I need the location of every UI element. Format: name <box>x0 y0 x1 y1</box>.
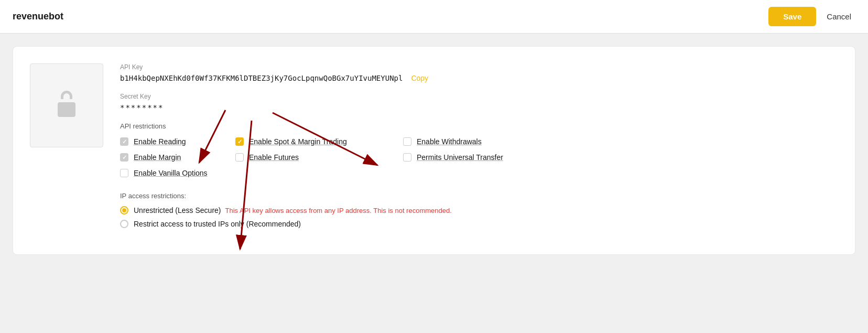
secret-key-group: Secret Key ******** <box>120 93 838 112</box>
checkbox-enable-withdrawals-box <box>403 137 411 146</box>
api-key-label: API Key <box>120 63 838 71</box>
copy-button[interactable]: Copy <box>411 74 428 82</box>
api-key-row: b1H4kbQepNXEhKd0f0Wf37KFKM6lDTBEZ3jKy7Go… <box>120 74 838 82</box>
checkboxes-grid: Enable Reading Enable Spot & Margin Trad… <box>120 137 838 177</box>
checkbox-enable-reading[interactable]: Enable Reading <box>120 137 235 146</box>
radio-restrict-circle <box>120 220 128 228</box>
top-bar: revenuebot Save Cancel <box>0 0 868 34</box>
api-key-card: API Key b1H4kbQepNXEhKd0f0Wf37KFKM6lDTBE… <box>13 46 855 255</box>
avatar-box <box>30 63 103 147</box>
cancel-button[interactable]: Cancel <box>822 7 855 26</box>
checkbox-permits-universal-box <box>403 153 411 162</box>
checkbox-enable-vanilla-box <box>120 169 128 177</box>
unrestricted-warning: This API key allows access from any IP a… <box>225 207 452 214</box>
form-section: API Key b1H4kbQepNXEhKd0f0Wf37KFKM6lDTBE… <box>120 63 838 233</box>
api-key-value: b1H4kbQepNXEhKd0f0Wf37KFKM6lDTBEZ3jKy7Go… <box>120 74 403 82</box>
checkbox-enable-reading-label: Enable Reading <box>134 137 186 146</box>
secret-key-label: Secret Key <box>120 93 838 100</box>
checkbox-enable-margin-box <box>120 153 128 162</box>
checkbox-enable-spot-margin[interactable]: Enable Spot & Margin Trading <box>235 137 403 146</box>
restrictions-label: API restrictions <box>120 122 838 130</box>
checkbox-enable-reading-box <box>120 137 128 146</box>
avatar-section <box>30 63 103 233</box>
radio-restrict[interactable]: Restrict access to trusted IPs only (Rec… <box>120 220 838 228</box>
lock-icon <box>54 91 79 120</box>
top-bar-actions: Save Cancel <box>768 7 855 26</box>
lock-body <box>58 102 75 117</box>
api-key-group: API Key b1H4kbQepNXEhKd0f0Wf37KFKM6lDTBE… <box>120 63 838 82</box>
checkbox-enable-withdrawals-label: Enable Withdrawals <box>417 137 482 146</box>
secret-key-row: ******** <box>120 103 838 112</box>
checkbox-enable-vanilla-label: Enable Vanilla Options <box>134 169 208 177</box>
checkbox-enable-withdrawals[interactable]: Enable Withdrawals <box>403 137 550 146</box>
save-button[interactable]: Save <box>768 7 816 26</box>
radio-unrestricted-label: Unrestricted (Less Secure) <box>134 206 221 214</box>
radio-restrict-label: Restrict access to trusted IPs only (Rec… <box>134 220 301 228</box>
secret-key-value: ******** <box>120 103 164 112</box>
radio-unrestricted-row: Unrestricted (Less Secure) This API key … <box>134 206 452 214</box>
page-title: revenuebot <box>13 11 63 22</box>
checkbox-permits-universal-label: Permits Universal Transfer <box>417 153 503 162</box>
checkbox-enable-margin-label: Enable Margin <box>134 153 181 162</box>
checkbox-enable-spot-margin-label: Enable Spot & Margin Trading <box>249 137 347 146</box>
radio-unrestricted-circle <box>120 206 128 214</box>
checkbox-enable-futures[interactable]: Enable Futures <box>235 153 403 162</box>
lock-shackle <box>61 91 72 99</box>
checkbox-enable-vanilla[interactable]: Enable Vanilla Options <box>120 169 235 177</box>
checkbox-enable-futures-label: Enable Futures <box>249 153 299 162</box>
checkbox-enable-margin[interactable]: Enable Margin <box>120 153 235 162</box>
main-content: API Key b1H4kbQepNXEhKd0f0Wf37KFKM6lDTBE… <box>0 34 868 333</box>
checkbox-enable-futures-box <box>235 153 244 162</box>
checkbox-enable-spot-margin-box <box>235 137 244 146</box>
ip-label: IP access restrictions: <box>120 192 838 200</box>
checkbox-permits-universal[interactable]: Permits Universal Transfer <box>403 153 550 162</box>
ip-section: IP access restrictions: Unrestricted (Le… <box>120 192 838 228</box>
radio-unrestricted[interactable]: Unrestricted (Less Secure) This API key … <box>120 206 838 214</box>
